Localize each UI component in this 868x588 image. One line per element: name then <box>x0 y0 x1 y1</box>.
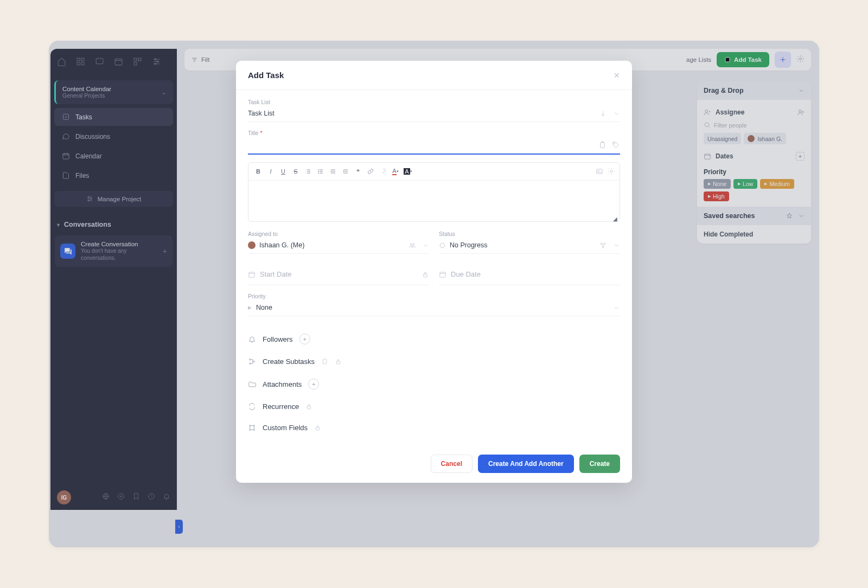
subtasks-icon <box>248 357 256 366</box>
lock-icon <box>314 424 321 431</box>
description-editor: B I U S ❝ A ▾ A ▾ <box>248 162 620 222</box>
tag-icon[interactable] <box>612 141 620 149</box>
svg-point-50 <box>250 425 251 427</box>
priority-field[interactable]: None <box>248 301 620 316</box>
calendar-icon <box>439 271 446 278</box>
attachments-row[interactable]: Attachments + <box>248 372 620 396</box>
outdent-button[interactable] <box>328 166 339 177</box>
plus-icon[interactable]: + <box>308 379 319 389</box>
svg-point-44 <box>250 359 251 361</box>
gear-icon[interactable] <box>608 168 615 175</box>
svg-point-52 <box>250 429 251 431</box>
cancel-button[interactable]: Cancel <box>431 455 473 473</box>
chevron-down-icon[interactable] <box>422 242 429 249</box>
svg-point-28 <box>614 143 615 144</box>
folder-icon <box>248 380 256 388</box>
strikethrough-button[interactable]: S <box>290 166 301 177</box>
assigned-to-label: Assigned to <box>248 231 429 237</box>
resize-handle[interactable]: ◢ <box>613 216 617 220</box>
modal-title: Add Task <box>248 71 284 80</box>
background-color-button[interactable]: A ▾ <box>403 166 413 177</box>
lock-icon <box>335 358 342 365</box>
subtasks-row[interactable]: Create Subtasks <box>248 351 620 372</box>
arrow-down-icon[interactable] <box>599 110 607 117</box>
svg-rect-54 <box>316 427 320 430</box>
svg-rect-47 <box>323 359 327 364</box>
svg-point-35 <box>410 243 412 245</box>
create-and-add-another-button[interactable]: Create And Add Another <box>478 455 574 473</box>
priority-label: Priority <box>248 293 620 299</box>
unlink-button[interactable] <box>378 166 388 177</box>
create-button[interactable]: Create <box>579 455 620 473</box>
status-label: Status <box>439 231 620 237</box>
svg-rect-48 <box>336 361 340 364</box>
workflow-icon[interactable] <box>599 242 607 249</box>
chevron-down-icon[interactable] <box>613 110 620 117</box>
title-label: Title * <box>248 130 620 136</box>
svg-rect-49 <box>307 406 311 409</box>
link-button[interactable] <box>365 166 376 177</box>
chevron-down-icon[interactable] <box>613 242 620 249</box>
svg-point-31 <box>318 173 319 174</box>
clipboard-icon[interactable] <box>321 358 328 365</box>
title-input[interactable] <box>248 141 588 149</box>
svg-point-53 <box>253 429 255 431</box>
text-color-button[interactable]: A ▾ <box>390 166 401 177</box>
bold-button[interactable]: B <box>253 166 264 177</box>
bell-icon <box>248 335 256 343</box>
italic-button[interactable]: I <box>265 166 276 177</box>
svg-point-51 <box>253 425 255 427</box>
repeat-icon <box>248 402 256 411</box>
followers-row[interactable]: Followers + <box>248 327 620 351</box>
due-date-field[interactable]: Due Date <box>439 264 620 285</box>
svg-rect-43 <box>440 272 446 277</box>
start-date-field[interactable]: Start Date <box>248 264 429 285</box>
task-list-label: Task List <box>248 99 620 105</box>
app-frame: Content Calendar General Projects ⌄ Task… <box>49 41 819 547</box>
svg-point-45 <box>253 361 255 362</box>
svg-point-40 <box>602 246 603 247</box>
indent-button[interactable] <box>340 166 351 177</box>
add-task-modal: Add Task ✕ Task List Task List Title * <box>236 61 632 483</box>
recurrence-row[interactable]: Recurrence <box>248 396 620 417</box>
svg-point-29 <box>318 170 319 170</box>
people-icon[interactable] <box>409 242 416 249</box>
assigned-to-field[interactable]: Ishaan G. (Me) <box>248 239 429 254</box>
svg-rect-42 <box>424 274 427 277</box>
image-icon[interactable] <box>596 168 603 175</box>
svg-rect-27 <box>601 143 605 148</box>
svg-point-39 <box>604 243 605 244</box>
plus-icon[interactable]: + <box>299 334 310 344</box>
svg-rect-41 <box>249 272 255 277</box>
custom-fields-icon <box>248 424 256 432</box>
lock-icon <box>422 271 429 278</box>
svg-point-37 <box>440 243 445 248</box>
svg-point-38 <box>601 243 602 244</box>
calendar-icon <box>248 271 256 278</box>
quote-button[interactable]: ❝ <box>353 166 363 177</box>
svg-point-36 <box>413 243 414 245</box>
ordered-list-button[interactable] <box>303 166 314 177</box>
unordered-list-button[interactable] <box>315 166 326 177</box>
chevron-down-icon[interactable] <box>613 304 620 311</box>
custom-fields-row[interactable]: Custom Fields <box>248 417 620 438</box>
svg-point-30 <box>318 171 319 172</box>
task-list-field[interactable]: Task List <box>248 107 620 122</box>
lock-icon <box>305 403 312 410</box>
underline-button[interactable]: U <box>278 166 289 177</box>
svg-point-34 <box>610 170 612 172</box>
svg-point-46 <box>250 363 251 365</box>
status-field[interactable]: No Progress <box>439 239 620 254</box>
clipboard-icon[interactable] <box>598 141 607 149</box>
editor-textarea[interactable]: ◢ <box>248 181 620 221</box>
close-icon[interactable]: ✕ <box>614 71 620 80</box>
